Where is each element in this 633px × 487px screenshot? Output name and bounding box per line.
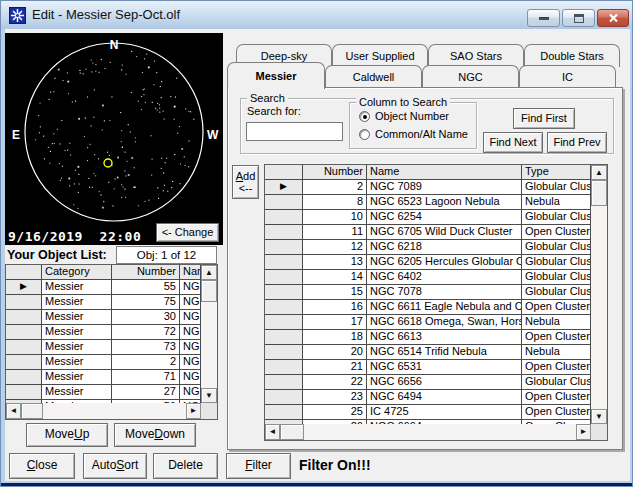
catalog-cell-selector[interactable] xyxy=(265,315,303,330)
catalog-cell-number[interactable]: 15 xyxy=(303,285,367,300)
object-list-cell-selector[interactable] xyxy=(6,340,42,355)
scroll-right-button[interactable]: ► xyxy=(576,424,591,440)
catalog-cell-type[interactable]: Open Cluster xyxy=(522,300,591,315)
object-list-cell-selector[interactable] xyxy=(6,295,42,310)
catalog-row[interactable]: 16NGC 6611 Eagle Nebula and COpen Cluste… xyxy=(265,300,591,315)
catalog-cell-name[interactable]: NGC 6611 Eagle Nebula and C xyxy=(367,300,522,315)
object-list-row[interactable]: Messier30NG xyxy=(6,310,201,325)
catalog-cell-type[interactable]: Open Cluster xyxy=(522,390,591,405)
object-list-cell-number[interactable]: 75 xyxy=(112,295,180,310)
scroll-down-button[interactable]: ▼ xyxy=(201,388,217,403)
catalog-cell-name[interactable]: NGC 6254 xyxy=(367,210,522,225)
autosort-button[interactable]: AutoSort xyxy=(83,453,147,479)
catalog-cell-name[interactable]: NGC 6514 Trifid Nebula xyxy=(367,345,522,360)
object-list-table[interactable]: CategoryNumberName▶Messier55NGMessier75N… xyxy=(5,264,218,420)
catalog-cell-name[interactable]: NGC 6618 Omega, Swan, Hors xyxy=(367,315,522,330)
catalog-cell-number[interactable]: 14 xyxy=(303,270,367,285)
catalog-row[interactable]: 20NGC 6514 Trifid NebulaNebula xyxy=(265,345,591,360)
catalog-row[interactable]: 25IC 4725Open Cluster xyxy=(265,405,591,420)
move-down-button[interactable]: Move Down xyxy=(114,423,196,447)
catalog-cell-type[interactable]: Open Cluster xyxy=(522,225,591,240)
catalog-cell-number[interactable]: 8 xyxy=(303,195,367,210)
catalog-row[interactable]: 11NGC 6705 Wild Duck ClusterOpen Cluster xyxy=(265,225,591,240)
catalog-cell-type[interactable]: Globular Clus xyxy=(522,375,591,390)
catalog-cell-type[interactable]: Nebula xyxy=(522,315,591,330)
catalog-row[interactable]: 23NGC 6494Open Cluster xyxy=(265,390,591,405)
object-list-row[interactable]: ▶Messier55NG xyxy=(6,280,201,295)
catalog-cell-selector[interactable] xyxy=(265,330,303,345)
object-list-cell-selector[interactable] xyxy=(6,310,42,325)
object-list-cell-category[interactable]: Messier xyxy=(42,340,112,355)
catalog-hscrollbar[interactable] xyxy=(265,424,591,440)
object-list-cell-name[interactable]: NG xyxy=(180,295,201,310)
object-list-cell-selector[interactable] xyxy=(6,355,42,370)
add-object-button[interactable]: Add <-- xyxy=(232,165,259,199)
delete-button[interactable]: Delete xyxy=(153,453,218,479)
tab-sao-stars[interactable]: SAO Stars xyxy=(428,44,524,67)
catalog-cell-selector[interactable] xyxy=(265,345,303,360)
search-input[interactable] xyxy=(246,122,343,141)
catalog-cell-selector[interactable] xyxy=(265,240,303,255)
catalog-cell-selector[interactable] xyxy=(265,375,303,390)
object-list-cell-number[interactable]: 72 xyxy=(112,325,180,340)
catalog-cell-name[interactable]: NGC 6656 xyxy=(367,375,522,390)
catalog-cell-selector[interactable] xyxy=(265,390,303,405)
object-list-cell-number[interactable]: 73 xyxy=(112,340,180,355)
move-up-button[interactable]: Move Up xyxy=(26,423,108,447)
catalog-cell-name[interactable]: NGC 6705 Wild Duck Cluster xyxy=(367,225,522,240)
catalog-cell-name[interactable]: NGC 6218 xyxy=(367,240,522,255)
object-list-cell-name[interactable]: NG xyxy=(180,340,201,355)
catalog-cell-number[interactable]: 21 xyxy=(303,360,367,375)
object-list-cell-category[interactable]: Messier xyxy=(42,280,112,295)
object-list-cell-number[interactable]: 71 xyxy=(112,370,180,385)
catalog-cell-selector[interactable] xyxy=(265,405,303,420)
catalog-cell-selector[interactable] xyxy=(265,300,303,315)
catalog-cell-type[interactable]: Nebula xyxy=(522,345,591,360)
catalog-cell-type[interactable]: Globular Clus xyxy=(522,210,591,225)
catalog-cell-selector[interactable] xyxy=(265,270,303,285)
catalog-cell-type[interactable]: Open Cluster xyxy=(522,360,591,375)
tab-double-stars[interactable]: Double Stars xyxy=(524,44,620,67)
catalog-cell-name[interactable]: NGC 6523 Lagoon Nebula xyxy=(367,195,522,210)
catalog-cell-number[interactable]: 2 xyxy=(303,180,367,195)
scrollbar-thumb[interactable] xyxy=(21,403,43,419)
catalog-row[interactable]: 8NGC 6523 Lagoon NebulaNebula xyxy=(265,195,591,210)
tab-messier[interactable]: Messier xyxy=(227,62,325,89)
catalog-cell-number[interactable]: 18 xyxy=(303,330,367,345)
catalog-cell-type[interactable]: Globular Clus xyxy=(522,240,591,255)
catalog-row[interactable]: 13NGC 6205 Hercules Globular CGlobular C… xyxy=(265,255,591,270)
object-list-cell-name[interactable]: NG xyxy=(180,370,201,385)
scroll-up-button[interactable]: ▲ xyxy=(591,165,607,180)
tab-ngc[interactable]: NGC xyxy=(422,65,519,88)
catalog-row[interactable]: ▶2NGC 7089Globular Clus xyxy=(265,180,591,195)
find-prev-button[interactable]: Find Prev xyxy=(547,132,607,153)
object-list-row[interactable]: Messier27NG xyxy=(6,385,201,400)
minimize-button[interactable] xyxy=(527,9,560,27)
scroll-left-button[interactable]: ◄ xyxy=(265,424,280,440)
scroll-up-button[interactable]: ▲ xyxy=(201,265,217,280)
object-list-cell-category[interactable]: Messier xyxy=(42,355,112,370)
catalog-cell-number[interactable]: 17 xyxy=(303,315,367,330)
catalog-cell-number[interactable]: 12 xyxy=(303,240,367,255)
filter-button[interactable]: Filter xyxy=(226,453,291,479)
catalog-cell-type[interactable]: Globular Clus xyxy=(522,285,591,300)
object-list-cell-category[interactable]: Messier xyxy=(42,295,112,310)
catalog-row[interactable]: 10NGC 6254Globular Clus xyxy=(265,210,591,225)
catalog-cell-name[interactable]: NGC 7089 xyxy=(367,180,522,195)
catalog-cell-number[interactable]: 23 xyxy=(303,390,367,405)
object-list-cell-number[interactable]: 30 xyxy=(112,310,180,325)
object-list-row[interactable]: Messier72NG xyxy=(6,325,201,340)
scrollbar-thumb[interactable] xyxy=(591,180,607,206)
object-list-cell-selector[interactable] xyxy=(6,325,42,340)
catalog-row[interactable]: 21NGC 6531Open Cluster xyxy=(265,360,591,375)
radio-option-common-alt-name[interactable]: Common/Alt Name xyxy=(359,128,468,140)
object-list-cell-selector[interactable]: ▶ xyxy=(6,280,42,295)
catalog-cell-selector[interactable] xyxy=(265,285,303,300)
radio-option-object-number[interactable]: Object Number xyxy=(359,110,449,122)
object-list-cell-name[interactable]: NG xyxy=(180,280,201,295)
scroll-left-button[interactable]: ◄ xyxy=(6,403,21,419)
catalog-cell-name[interactable]: NGC 6205 Hercules Globular C xyxy=(367,255,522,270)
object-list-row[interactable]: Messier73NG xyxy=(6,340,201,355)
catalog-cell-selector[interactable] xyxy=(265,210,303,225)
find-first-button[interactable]: Find First xyxy=(513,108,575,129)
